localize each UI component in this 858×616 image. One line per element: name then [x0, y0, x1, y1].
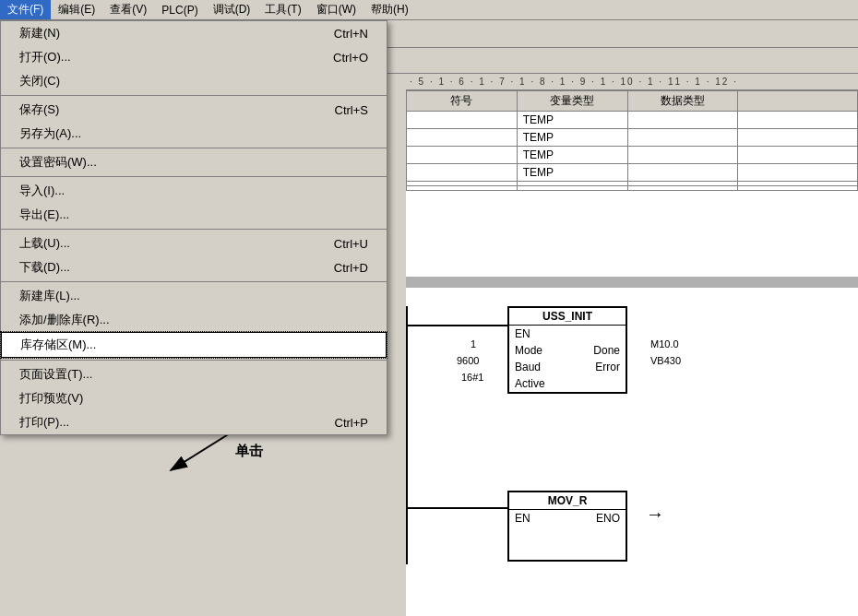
menu-label-libstore: 库存储区(M)...	[20, 337, 96, 353]
cell-vartype-3[interactable]: TEMP	[517, 147, 627, 164]
col-header-datatype: 数据类型	[627, 91, 738, 112]
menu-label-saveas: 另存为(A)...	[19, 125, 81, 142]
menu-window[interactable]: 窗口(W)	[309, 0, 363, 19]
movr-eno: ENO	[596, 512, 620, 525]
cell-extra-6[interactable]	[738, 186, 858, 191]
uss-error-value: VB430	[650, 355, 681, 366]
content-area: · 5 · 1 · 6 · 1 · 7 · 1 · 8 · 1 · 9 · 1 …	[406, 74, 858, 277]
menu-shortcut-download: Ctrl+D	[334, 261, 368, 275]
uss-init-block: USS_INIT EN Mode Done Baud Error Active	[507, 306, 627, 394]
menu-item-open[interactable]: 打开(O)... Ctrl+O	[1, 45, 387, 69]
variable-table: 符号 变量类型 数据类型 TEMP TEMP TEMP	[406, 90, 858, 191]
menu-sep-1	[1, 95, 387, 96]
menu-debug[interactable]: 调试(D)	[206, 0, 258, 19]
col-header-vartype: 变量类型	[517, 91, 627, 112]
section-divider-1	[406, 277, 858, 288]
cell-symbol-3[interactable]	[407, 147, 518, 164]
menu-item-editlib[interactable]: 添加/删除库(R)...	[1, 308, 387, 332]
cell-extra-3[interactable]	[738, 147, 858, 164]
movr-block: MOV_R EN ENO	[507, 491, 627, 562]
menu-item-close[interactable]: 关闭(C)	[1, 69, 387, 93]
cell-datatype-4[interactable]	[627, 164, 738, 182]
menu-item-print[interactable]: 打印(P)... Ctrl+P	[1, 410, 387, 434]
file-dropdown-menu: 新建(N) Ctrl+N 打开(O)... Ctrl+O 关闭(C) 保存(S)…	[0, 20, 387, 435]
ruler-text: · 5 · 1 · 6 · 1 · 7 · 1 · 8 · 1 · 9 · 1 …	[410, 77, 738, 87]
cell-vartype-1[interactable]: TEMP	[517, 112, 627, 129]
menu-label-close: 关闭(C)	[19, 73, 60, 89]
menu-sep-4	[1, 229, 387, 230]
menu-shortcut-new: Ctrl+N	[334, 27, 368, 41]
menu-item-libstore[interactable]: 库存储区(M)...	[1, 332, 387, 358]
uss-active-left: Active	[515, 377, 545, 390]
cell-datatype-1[interactable]	[627, 112, 738, 129]
table-row: TEMP	[407, 112, 858, 129]
menu-label-save: 保存(S)	[19, 101, 59, 118]
cell-datatype-2[interactable]	[627, 129, 738, 147]
menu-shortcut-save: Ctrl+S	[335, 103, 368, 117]
cell-vartype-4[interactable]: TEMP	[517, 164, 627, 182]
menu-label-upload: 上载(U)...	[19, 235, 70, 252]
col-header-symbol: 符号	[407, 91, 518, 112]
ruler: · 5 · 1 · 6 · 1 · 7 · 1 · 8 · 1 · 9 · 1 …	[406, 74, 858, 90]
cell-symbol-4[interactable]	[407, 164, 518, 182]
uss-done-value: M10.0	[650, 338, 679, 349]
cell-vartype-2[interactable]: TEMP	[517, 129, 627, 147]
cell-symbol-6[interactable]	[407, 186, 518, 191]
cell-vartype-6[interactable]	[517, 186, 627, 191]
menu-plc[interactable]: PLC(P)	[154, 2, 205, 18]
menu-shortcut-upload: Ctrl+U	[334, 237, 368, 251]
uss-mode-left: Mode	[515, 344, 542, 357]
menu-item-download[interactable]: 下载(D)... Ctrl+D	[1, 255, 387, 279]
col-header-extra	[738, 91, 858, 112]
menu-item-newlib[interactable]: 新建库(L)...	[1, 284, 387, 308]
en-line	[406, 325, 507, 326]
cell-symbol-1[interactable]	[407, 112, 518, 129]
menu-sep-6	[1, 360, 387, 361]
cell-extra-2[interactable]	[738, 129, 858, 147]
uss-en-left: EN	[515, 327, 530, 340]
uss-title: USS_INIT	[509, 308, 626, 326]
menu-bar: 文件(F) 编辑(E) 查看(V) PLC(P) 调试(D) 工具(T) 窗口(…	[0, 0, 858, 20]
uss-active-value: 16#1	[461, 372, 483, 383]
table-row: TEMP	[407, 164, 858, 182]
uss-baud-left: Baud	[515, 361, 541, 373]
menu-shortcut-print: Ctrl+P	[335, 416, 368, 430]
menu-label-pagesetup: 页面设置(T)...	[19, 366, 92, 383]
menu-sep-5	[1, 281, 387, 282]
menu-file[interactable]: 文件(F)	[0, 0, 51, 19]
menu-tools[interactable]: 工具(T)	[257, 0, 308, 19]
table-row: TEMP	[407, 129, 858, 147]
rung-end-arrow: →	[646, 503, 664, 525]
table-row	[407, 186, 858, 191]
menu-item-password[interactable]: 设置密码(W)...	[1, 150, 387, 174]
menu-sep-3	[1, 176, 387, 177]
menu-item-import[interactable]: 导入(I)...	[1, 179, 387, 203]
menu-item-upload[interactable]: 上载(U)... Ctrl+U	[1, 231, 387, 255]
uss-done-right: Done	[593, 344, 620, 357]
menu-item-pagesetup[interactable]: 页面设置(T)...	[1, 362, 387, 386]
menu-label-import: 导入(I)...	[19, 183, 65, 199]
menu-label-open: 打开(O)...	[19, 49, 71, 65]
cell-symbol-2[interactable]	[407, 129, 518, 147]
left-power-rail	[406, 306, 408, 564]
menu-item-saveas[interactable]: 另存为(A)...	[1, 122, 387, 146]
menu-edit[interactable]: 编辑(E)	[51, 0, 102, 19]
cell-datatype-6[interactable]	[627, 186, 738, 191]
uss-mode-value: 1	[471, 338, 476, 349]
cell-extra-1[interactable]	[738, 112, 858, 129]
menu-label-print: 打印(P)...	[19, 414, 69, 431]
menu-view[interactable]: 查看(V)	[102, 0, 154, 19]
cell-datatype-3[interactable]	[627, 147, 738, 164]
movr-en: EN	[515, 512, 530, 525]
menu-help[interactable]: 帮助(H)	[363, 0, 416, 19]
menu-label-printpreview: 打印预览(V)	[19, 390, 83, 407]
menu-label-export: 导出(E)...	[19, 207, 69, 223]
menu-item-export[interactable]: 导出(E)...	[1, 203, 387, 227]
menu-item-new[interactable]: 新建(N) Ctrl+N	[1, 21, 387, 45]
menu-label-new: 新建(N)	[19, 25, 60, 41]
menu-label-password: 设置密码(W)...	[19, 154, 97, 171]
cell-extra-4[interactable]	[738, 164, 858, 182]
uss-baud-value: 9600	[457, 355, 479, 366]
menu-item-save[interactable]: 保存(S) Ctrl+S	[1, 98, 387, 122]
menu-item-printpreview[interactable]: 打印预览(V)	[1, 386, 387, 410]
